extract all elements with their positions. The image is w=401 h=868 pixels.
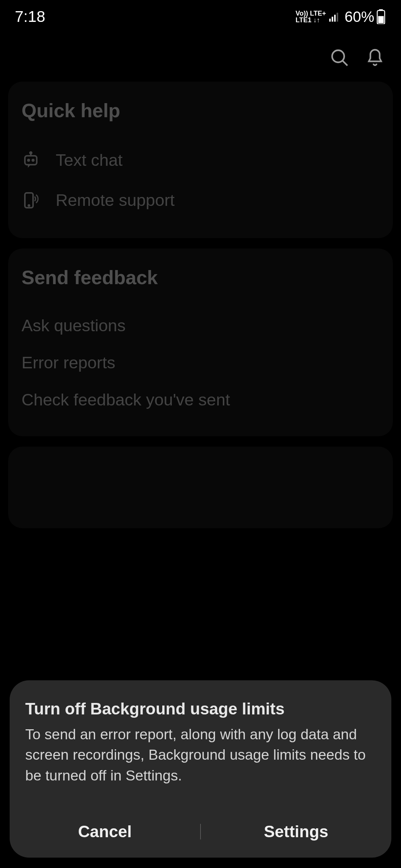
svg-point-15 xyxy=(28,205,29,206)
check-feedback-label: Check feedback you've sent xyxy=(22,390,230,410)
quick-help-title: Quick help xyxy=(22,99,379,122)
svg-point-12 xyxy=(28,160,29,161)
remote-phone-icon xyxy=(22,191,40,210)
signal-icon xyxy=(328,11,340,23)
error-reports-item[interactable]: Error reports xyxy=(22,344,379,381)
dialog-body: To send an error report, along with any … xyxy=(10,724,391,806)
svg-rect-6 xyxy=(378,16,384,23)
battery-icon xyxy=(376,9,386,24)
chatbot-icon xyxy=(22,151,40,170)
ask-questions-label: Ask questions xyxy=(22,316,125,335)
text-chat-item[interactable]: Text chat xyxy=(22,140,379,180)
ask-questions-item[interactable]: Ask questions xyxy=(22,307,379,344)
status-time: 7:18 xyxy=(15,8,45,26)
svg-rect-1 xyxy=(332,17,333,22)
check-feedback-item[interactable]: Check feedback you've sent xyxy=(22,381,379,418)
network-label: Vo)) LTE+ LTE1 ↓↑ xyxy=(296,10,326,23)
network-line-2: LTE1 ↓↑ xyxy=(296,17,326,23)
svg-rect-0 xyxy=(329,19,331,22)
battery-percent: 60% xyxy=(345,9,374,25)
search-icon[interactable] xyxy=(328,46,351,69)
status-right: Vo)) LTE+ LTE1 ↓↑ 60% xyxy=(296,9,386,25)
page-content: Quick help Text chat xyxy=(0,82,401,528)
svg-rect-11 xyxy=(25,156,37,165)
status-bar: 7:18 Vo)) LTE+ LTE1 ↓↑ 60% xyxy=(0,0,401,33)
settings-button[interactable]: Settings xyxy=(201,822,391,841)
svg-point-13 xyxy=(32,160,34,161)
svg-point-7 xyxy=(332,50,345,63)
top-actions xyxy=(0,33,401,82)
remote-support-item[interactable]: Remote support xyxy=(22,180,379,220)
dialog-actions: Cancel Settings xyxy=(10,806,391,858)
svg-rect-3 xyxy=(337,13,338,22)
network-line-1: Vo)) LTE+ xyxy=(296,10,326,17)
remote-support-label: Remote support xyxy=(56,191,175,210)
svg-rect-2 xyxy=(334,15,336,22)
quick-help-card: Quick help Text chat xyxy=(8,82,393,238)
svg-point-10 xyxy=(30,152,32,154)
text-chat-label: Text chat xyxy=(56,151,123,170)
dialog-title: Turn off Background usage limits xyxy=(10,700,391,724)
bell-icon[interactable] xyxy=(364,46,386,69)
error-reports-label: Error reports xyxy=(22,353,115,372)
next-card xyxy=(8,447,393,528)
cancel-button[interactable]: Cancel xyxy=(10,822,200,841)
background-usage-dialog: Turn off Background usage limits To send… xyxy=(10,680,391,858)
svg-line-8 xyxy=(343,61,348,66)
send-feedback-card: Send feedback Ask questions Error report… xyxy=(8,249,393,436)
send-feedback-title: Send feedback xyxy=(22,266,379,289)
